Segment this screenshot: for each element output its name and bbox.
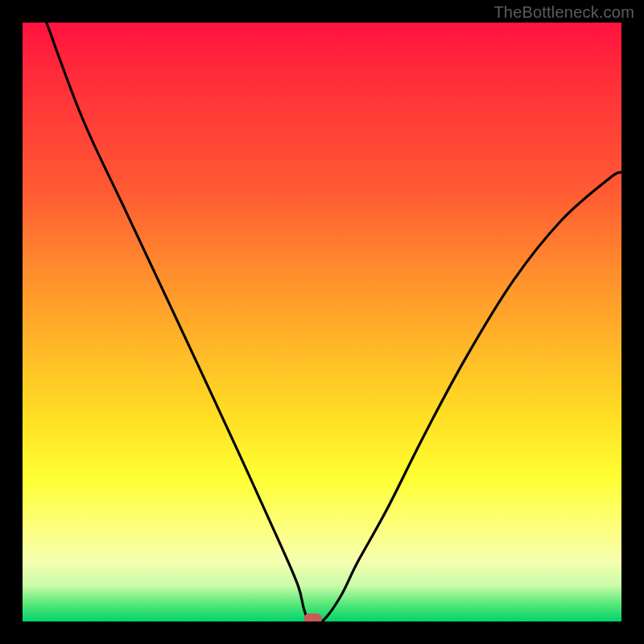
watermark-text: TheBottleneck.com [493,3,634,22]
minimum-marker [304,613,322,621]
plot-area [23,23,621,621]
bottleneck-curve-line [47,23,621,621]
chart-svg [23,23,621,621]
chart-frame: TheBottleneck.com [0,0,644,644]
